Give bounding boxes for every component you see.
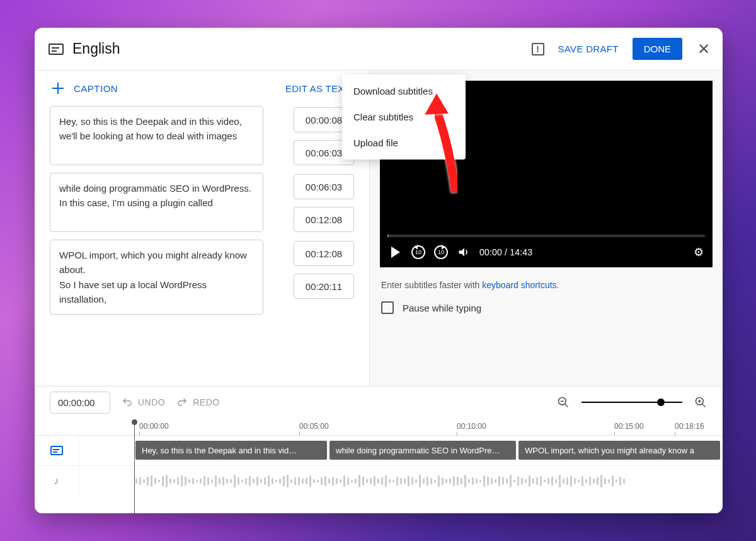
pause-while-typing-label: Pause while typing: [403, 303, 481, 313]
caption-start-time[interactable]: 00:12:08: [294, 241, 354, 266]
timeline-clip[interactable]: while doing programmatic SEO in WordPre…: [329, 441, 516, 460]
timeline-clip[interactable]: Hey, so this is the Deepak and in this v…: [135, 441, 327, 460]
svg-line-5: [702, 404, 706, 407]
keyboard-shortcuts-link[interactable]: keyboard shortcuts: [482, 280, 556, 290]
caption-text-input[interactable]: WPOL import, which you might already kno…: [50, 240, 263, 315]
timeline-ruler: 00:00:00 00:05:00 00:10:00 00:15:00 00:1…: [35, 418, 723, 436]
caption-list: Hey, so this is the Deepak and in this v…: [35, 106, 369, 386]
add-caption-label: CAPTION: [74, 83, 118, 94]
caption-pane: CAPTION EDIT AS TEXT Hey, so this is the…: [35, 71, 370, 386]
timeline-clip[interactable]: WPOL import, which you might already kno…: [518, 441, 720, 460]
zoom-in-button[interactable]: [694, 395, 707, 409]
close-icon[interactable]: ✕: [696, 40, 711, 58]
timeline-time-input[interactable]: 00:00:00: [50, 392, 110, 414]
keyboard-hint: Enter subtitles faster with keyboard sho…: [370, 277, 723, 296]
timeline-panel: 00:00:00 UNDO REDO 00:00:00: [35, 386, 723, 513]
caption-toolbar: CAPTION EDIT AS TEXT: [35, 71, 369, 106]
caption-row: Hey, so this is the Deepak and in this v…: [50, 106, 354, 165]
caption-start-time[interactable]: 00:06:03: [294, 174, 354, 199]
timeline[interactable]: 00:00:00 00:05:00 00:10:00 00:15:00 00:1…: [35, 418, 723, 513]
page-title: English: [72, 40, 120, 57]
done-button[interactable]: DONE: [633, 38, 682, 60]
player-time: 00:00 / 14:43: [479, 247, 532, 257]
player-controls: 10 10 00:00 / 14:43 ⚙: [380, 237, 713, 267]
music-note-icon: ♪: [54, 475, 59, 487]
caption-row: while doing programmatic SEO in WordPres…: [50, 173, 354, 232]
plus-icon: [51, 81, 65, 95]
pause-while-typing-row: Pause while typing: [370, 296, 723, 319]
svg-line-2: [565, 404, 568, 407]
menu-upload-file[interactable]: Upload file: [342, 130, 466, 156]
hint-prefix: Enter subtitles faster with: [381, 280, 482, 290]
add-caption-button[interactable]: CAPTION: [51, 81, 118, 95]
captions-icon: [50, 446, 63, 455]
options-menu: Download subtitles Clear subtitles Uploa…: [342, 74, 466, 160]
caption-end-time[interactable]: 00:12:08: [294, 207, 354, 232]
audio-track: ♪: [35, 466, 723, 496]
menu-clear-subtitles[interactable]: Clear subtitles: [342, 104, 466, 130]
caption-row: WPOL import, which you might already kno…: [50, 240, 354, 315]
caption-track-label: [35, 436, 79, 465]
redo-button[interactable]: REDO: [176, 397, 219, 408]
redo-label: REDO: [193, 397, 219, 407]
play-button[interactable]: [389, 245, 403, 259]
header: English ! SAVE DRAFT DONE ✕: [35, 28, 723, 71]
zoom-out-button[interactable]: [556, 395, 570, 409]
zoom-controls: [556, 395, 707, 409]
ruler-tick: 00:18:16: [675, 422, 704, 431]
skip-back-10-button[interactable]: 10: [411, 245, 425, 259]
ruler-tick: 00:00:00: [139, 422, 169, 431]
hint-suffix: .: [557, 280, 559, 290]
ruler-tick: 00:10:00: [457, 422, 486, 431]
save-draft-button[interactable]: SAVE DRAFT: [558, 44, 619, 54]
volume-button[interactable]: [457, 245, 471, 259]
undo-button[interactable]: UNDO: [122, 397, 165, 408]
menu-download-subtitles[interactable]: Download subtitles: [342, 78, 466, 104]
edit-as-text-button[interactable]: EDIT AS TEXT: [285, 83, 350, 94]
pause-while-typing-checkbox[interactable]: [381, 301, 394, 314]
audio-waveform: [135, 475, 716, 487]
caption-text-input[interactable]: Hey, so this is the Deepak and in this v…: [50, 106, 263, 165]
playhead[interactable]: [134, 419, 135, 513]
audio-track-label: ♪: [35, 466, 79, 496]
ruler-tick: 00:15:00: [614, 422, 644, 431]
ruler-tick: 00:05:00: [299, 422, 329, 431]
captions-icon: [49, 44, 64, 55]
undo-label: UNDO: [138, 397, 165, 407]
timeline-controls: 00:00:00 UNDO REDO: [35, 387, 723, 418]
caption-end-time[interactable]: 00:20:11: [294, 274, 354, 299]
feedback-icon[interactable]: !: [532, 43, 544, 55]
svg-marker-0: [459, 248, 464, 256]
skip-forward-10-button[interactable]: 10: [434, 245, 448, 259]
caption-track: Hey, so this is the Deepak and in this v…: [35, 436, 723, 466]
zoom-slider[interactable]: [581, 402, 682, 403]
settings-gear-icon[interactable]: ⚙: [694, 245, 704, 259]
caption-text-input[interactable]: while doing programmatic SEO in WordPres…: [50, 173, 263, 232]
